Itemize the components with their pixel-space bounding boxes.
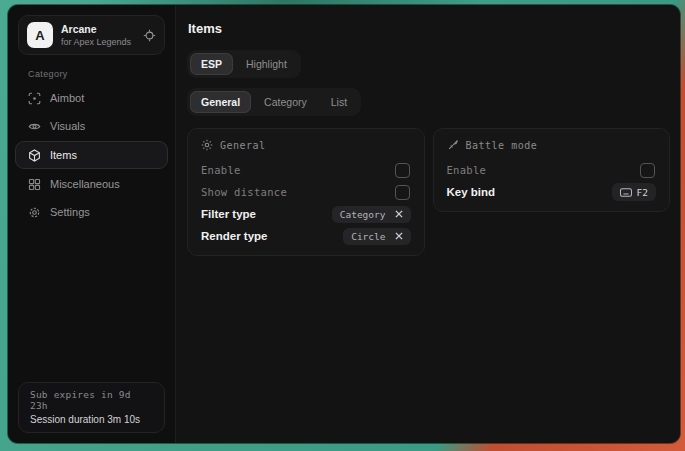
row-enable: Enable [201, 159, 411, 181]
sidebar-item-label: Items [50, 149, 77, 161]
gear-icon [28, 206, 41, 219]
sun-icon [201, 139, 213, 151]
row-render-type: Render type Circle [201, 225, 411, 247]
session-duration-text: Session duration 3m 10s [30, 414, 153, 425]
row-key-bind: Key bind F2 [447, 181, 657, 203]
card-title: Battle mode [466, 140, 538, 151]
app-header-card: A Arcane for Apex Legends [18, 15, 165, 55]
main-content: Items ESP Highlight General Category Lis… [176, 5, 680, 443]
eye-icon [28, 120, 41, 133]
tab-general[interactable]: General [190, 91, 251, 113]
sidebar-item-items[interactable]: Items [15, 141, 168, 169]
view-tabs-row: General Category List [187, 88, 670, 116]
session-info-box: Sub expires in 9d 23h Session duration 3… [18, 382, 165, 433]
row-show-distance: Show distance [201, 181, 411, 203]
page-title: Items [188, 21, 670, 36]
app-name: Arcane [61, 23, 131, 35]
sub-expiry-text: Sub expires in 9d 23h [30, 389, 153, 411]
clear-x-icon[interactable] [395, 210, 403, 218]
select-value: Circle [351, 231, 385, 242]
row-label: Render type [201, 230, 267, 242]
row-filter-type: Filter type Category [201, 203, 411, 225]
keybind-value: F2 [637, 187, 648, 198]
sidebar: A Arcane for Apex Legends Category [8, 5, 176, 443]
sidebar-item-label: Miscellaneous [50, 178, 120, 190]
app-title-block: Arcane for Apex Legends [61, 23, 131, 48]
keybind-button[interactable]: F2 [612, 183, 656, 201]
tab-list[interactable]: List [320, 91, 358, 113]
select-value: Category [340, 209, 386, 220]
sidebar-item-label: Aimbot [50, 92, 84, 104]
row-label: Enable [201, 164, 241, 176]
card-battle-mode-header: Battle mode [447, 138, 657, 152]
filter-type-select[interactable]: Category [332, 206, 411, 223]
card-title: General [220, 140, 266, 151]
crosshair-target-icon[interactable] [143, 29, 156, 42]
sidebar-item-aimbot[interactable]: Aimbot [8, 85, 175, 111]
cube-icon [28, 149, 41, 162]
battle-enable-checkbox[interactable] [640, 163, 655, 178]
game-background: A Arcane for Apex Legends Category [0, 0, 685, 451]
mode-tabs: ESP Highlight [187, 50, 301, 78]
sidebar-item-visuals[interactable]: Visuals [8, 113, 175, 139]
category-section-label: Category [28, 69, 175, 79]
sidebar-item-label: Visuals [50, 120, 85, 132]
render-type-select[interactable]: Circle [343, 228, 410, 245]
card-battle-mode: Battle mode Enable Key bind [433, 128, 671, 212]
mode-tabs-row: ESP Highlight [187, 50, 670, 78]
sidebar-item-label: Settings [50, 206, 90, 218]
row-enable: Enable [447, 159, 657, 181]
cheat-menu-window: A Arcane for Apex Legends Category [8, 5, 680, 443]
enable-checkbox[interactable] [395, 163, 410, 178]
row-label: Filter type [201, 208, 256, 220]
app-logo: A [27, 22, 53, 48]
row-label: Enable [447, 164, 487, 176]
card-general-header: General [201, 138, 411, 152]
tab-esp[interactable]: ESP [190, 53, 233, 75]
row-label: Key bind [447, 186, 496, 198]
tab-highlight[interactable]: Highlight [235, 53, 298, 75]
row-label: Show distance [201, 186, 287, 198]
clear-x-icon[interactable] [395, 232, 403, 240]
grid-icon [28, 178, 41, 191]
sidebar-nav: Aimbot Visuals [8, 85, 175, 227]
show-distance-checkbox[interactable] [395, 185, 410, 200]
keyboard-icon [620, 188, 632, 197]
sidebar-item-miscellaneous[interactable]: Miscellaneous [8, 171, 175, 197]
sword-icon [447, 139, 459, 151]
scan-crosshair-icon [28, 92, 41, 105]
settings-cards: General Enable Show distance Filter type… [187, 128, 670, 256]
sidebar-item-settings[interactable]: Settings [8, 199, 175, 225]
card-general: General Enable Show distance Filter type… [187, 128, 425, 256]
app-subtitle: for Apex Legends [61, 37, 131, 48]
tab-category[interactable]: Category [253, 91, 318, 113]
view-tabs: General Category List [187, 88, 361, 116]
